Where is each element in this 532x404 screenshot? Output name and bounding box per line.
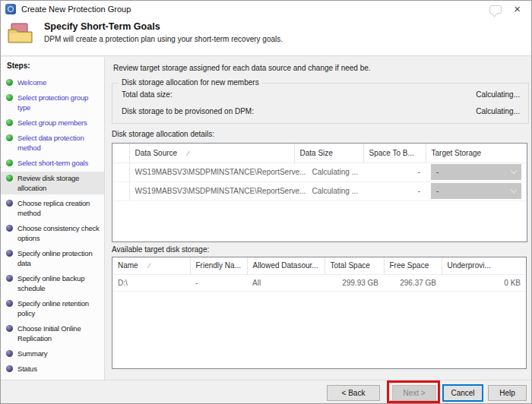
sidebar-item-status: Status — [1, 362, 104, 375]
window-title: Create New Protection Group — [21, 5, 131, 14]
help-button[interactable]: Help — [488, 385, 527, 401]
next-button[interactable]: Next > — [392, 385, 436, 401]
available-table-row[interactable]: D:\ - All 299.93 GB 296.37 GB 0 KB — [112, 274, 526, 291]
page-title: Specify Short-Term Goals — [44, 21, 160, 32]
details-header-target-storage[interactable]: Target Storage — [426, 144, 527, 163]
button-bar: < Back Next > Cancel Help — [1, 380, 531, 403]
step-done-icon — [6, 79, 13, 86]
disk-storage-provisioned-value: Calculating... — [476, 107, 520, 115]
step-todo-icon — [6, 200, 13, 207]
sidebar-item-choose-replica-creation-method: Choose replica creation method — [1, 197, 104, 219]
details-header-data-source[interactable]: Data Source∕ — [129, 144, 294, 163]
available-header-friendly-name[interactable]: Friendly Na... — [190, 257, 247, 274]
target-storage-dropdown[interactable]: - — [431, 164, 521, 180]
available-header-row: Name∕ Friendly Na... Allowed Datasour...… — [112, 257, 526, 274]
available-header-free-space[interactable]: Free Space — [384, 257, 442, 274]
sidebar-item-specify-online-backup-schedule: Specify online backup schedule — [1, 272, 104, 295]
wizard-header: Specify Short-Term Goals DPM will create… — [1, 17, 531, 56]
steps-sidebar: Steps: Welcome Select protection group t… — [1, 57, 105, 404]
underprovisioned-cell: 0 KB — [442, 274, 526, 291]
sort-ascending-icon: ∕ — [188, 150, 189, 157]
details-header-data-size[interactable]: Data Size — [294, 144, 363, 163]
feedback-bubble-icon[interactable] — [489, 5, 502, 14]
friendly-name-cell: - — [190, 274, 247, 291]
step-todo-icon — [6, 365, 13, 372]
available-header-name[interactable]: Name∕ — [112, 257, 190, 274]
sidebar-item-summary: Summary — [1, 347, 104, 360]
space-to-be-cell: - — [363, 181, 426, 200]
details-header-space-to-b[interactable]: Space To B... — [363, 144, 426, 163]
available-header-underprovisioned[interactable]: Underprovi... — [442, 257, 526, 274]
total-data-size-value: Calculating... — [476, 90, 520, 99]
sidebar-item-review-disk-storage-allocation[interactable]: Review disk storage allocation — [1, 172, 104, 194]
available-target-disk-storage-table: Name∕ Friendly Na... Allowed Datasour...… — [112, 257, 527, 369]
sidebar-item-specify-online-protection-data: Specify online protection data — [1, 247, 104, 270]
sort-ascending-icon: ∕ — [149, 262, 150, 270]
available-header-total-space[interactable]: Total Space — [325, 257, 384, 274]
sidebar-item-select-protection-group-type[interactable]: Select protection group type — [1, 91, 104, 114]
target-storage-dropdown[interactable]: - — [431, 183, 521, 199]
step-current-icon — [6, 175, 13, 181]
step-done-icon — [6, 94, 13, 101]
sidebar-item-choose-consistency-check-options: Choose consistency check options — [1, 222, 104, 245]
disk-allocation-groupbox: Disk storage allocation for new members … — [112, 83, 529, 124]
disk-storage-provisioned-label: Disk storage to be provisoned on DPM: — [122, 107, 254, 115]
step-todo-icon — [6, 325, 13, 332]
step-done-icon — [6, 119, 13, 126]
groupbox-legend: Disk storage allocation for new members — [119, 78, 262, 87]
details-header-blank — [112, 144, 129, 163]
details-table-row[interactable]: WS19MABSV3\MSDPMINSTANCE\ReportServe... … — [112, 181, 527, 200]
space-to-be-cell: - — [363, 163, 426, 181]
total-space-cell: 299.93 GB — [325, 274, 384, 291]
sidebar-item-select-short-term-goals[interactable]: Select short-term goals — [1, 156, 104, 169]
data-source-cell: WS19MABSV3\MSDPMINSTANCE\ReportServe... — [129, 163, 294, 181]
data-source-cell: WS19MABSV3\MSDPMINSTANCE\ReportServe... — [129, 181, 294, 200]
cancel-button[interactable]: Cancel — [442, 384, 483, 402]
free-space-cell: 296.37 GB — [384, 274, 442, 291]
page-subtitle: DPM will create a protection plan using … — [44, 35, 283, 43]
available-header-allowed-datasources[interactable]: Allowed Datasour... — [247, 257, 325, 274]
title-bar: Create New Protection Group × — [1, 1, 531, 17]
sidebar-item-specify-online-retention-policy: Specify online retention policy — [1, 297, 104, 320]
instruction-text: Review target storage assigned for each … — [113, 64, 371, 72]
step-todo-icon — [6, 350, 13, 357]
step-done-icon — [6, 134, 13, 141]
disk-storage-allocation-details-table: Data Source∕ Data Size Space To B... Tar… — [112, 143, 527, 242]
available-storage-label: Available target disk storage: — [112, 245, 209, 254]
sidebar-item-choose-initial-online-replication: Choose Initial Online Replication — [1, 322, 104, 345]
step-todo-icon — [6, 250, 13, 257]
protection-group-folder-icon — [7, 22, 34, 45]
wizard-window: Create New Protection Group × Specify Sh… — [0, 0, 532, 404]
step-todo-icon — [6, 300, 13, 307]
volume-name-cell: D:\ — [112, 274, 190, 291]
sidebar-item-welcome[interactable]: Welcome — [1, 76, 104, 89]
sidebar-item-select-group-members[interactable]: Select group members — [1, 116, 104, 129]
step-done-icon — [6, 159, 13, 166]
close-button[interactable]: × — [514, 4, 521, 14]
total-data-size-label: Total data size: — [122, 90, 173, 99]
details-header-row: Data Source∕ Data Size Space To B... Tar… — [112, 144, 527, 163]
chevron-down-icon — [511, 187, 517, 193]
dpm-app-icon — [5, 4, 16, 14]
steps-heading: Steps: — [1, 62, 104, 76]
back-button[interactable]: < Back — [327, 385, 380, 401]
details-table-label: Disk storage allocation details: — [112, 130, 214, 138]
allowed-datasources-cell: All — [247, 274, 325, 291]
sidebar-item-select-data-protection-method[interactable]: Select data protection method — [1, 131, 104, 154]
step-todo-icon — [6, 275, 13, 282]
details-table-row[interactable]: WS19MABSV3\MSDPMINSTANCE\ReportServe... … — [112, 163, 527, 181]
step-todo-icon — [6, 225, 13, 232]
chevron-down-icon — [511, 168, 517, 174]
